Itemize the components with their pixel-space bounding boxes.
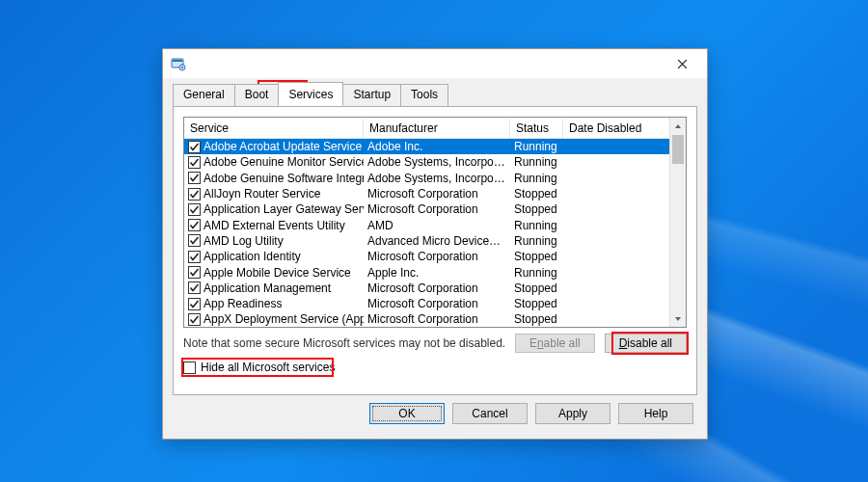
manufacturer: Adobe Systems, Incorpora... xyxy=(364,172,510,185)
table-row[interactable]: AMD External Events UtilityAMDRunning xyxy=(184,217,669,232)
status: Stopped xyxy=(510,281,563,295)
desktop-wallpaper: General Boot Services Startup Tools Serv… xyxy=(0,0,868,482)
services-panel: Service Manufacturer Status Date Disable… xyxy=(173,106,697,395)
help-button[interactable]: Help xyxy=(618,403,693,424)
services-listview[interactable]: Service Manufacturer Status Date Disable… xyxy=(183,117,687,328)
list-header[interactable]: Service Manufacturer Status Date Disable… xyxy=(184,118,669,139)
service-name: Application Layer Gateway Service xyxy=(203,202,364,216)
note-text: Note that some secure Microsoft services… xyxy=(183,336,515,350)
hide-ms-services-label[interactable]: Hide all Microsoft services xyxy=(201,361,335,374)
col-manufacturer[interactable]: Manufacturer xyxy=(364,119,510,138)
status: Running xyxy=(510,234,563,248)
dialog-button-row: OK Cancel Apply Help xyxy=(163,403,707,434)
service-name: Apple Mobile Device Service xyxy=(203,266,351,280)
table-row[interactable]: Adobe Acrobat Update ServiceAdobe Inc.Ru… xyxy=(184,139,669,154)
manufacturer: Microsoft Corporation xyxy=(364,312,510,326)
tab-general[interactable]: General xyxy=(173,84,235,106)
cancel-button[interactable]: Cancel xyxy=(452,403,528,424)
service-name: AMD Log Utility xyxy=(203,234,284,248)
scroll-thumb[interactable] xyxy=(672,135,684,164)
service-name: Adobe Acrobat Update Service xyxy=(203,140,362,153)
scroll-up-arrow-icon[interactable] xyxy=(670,118,686,134)
status: Running xyxy=(510,155,563,169)
row-checkbox[interactable] xyxy=(188,141,201,153)
service-name: App Readiness xyxy=(203,297,282,310)
row-checkbox[interactable] xyxy=(188,156,201,169)
service-name: Application Management xyxy=(203,281,331,295)
manufacturer: AMD xyxy=(364,219,510,232)
tab-services[interactable]: Services xyxy=(278,82,343,106)
ok-button[interactable]: OK xyxy=(369,403,445,424)
tab-startup[interactable]: Startup xyxy=(342,84,401,106)
status: Running xyxy=(510,172,563,185)
row-checkbox[interactable] xyxy=(188,219,201,231)
row-checkbox[interactable] xyxy=(188,281,201,294)
tab-strip: General Boot Services Startup Tools xyxy=(163,78,707,106)
table-row[interactable]: Application IdentityMicrosoft Corporatio… xyxy=(184,249,669,264)
manufacturer: Microsoft Corporation xyxy=(364,187,510,201)
scroll-down-arrow-icon[interactable] xyxy=(670,310,686,327)
service-name: Application Identity xyxy=(203,250,301,263)
manufacturer: Microsoft Corporation xyxy=(364,202,510,216)
hide-ms-services-row: Hide all Microsoft services xyxy=(183,361,687,374)
service-name: AppX Deployment Service (AppX... xyxy=(203,312,364,326)
service-name: AllJoyn Router Service xyxy=(203,187,320,201)
row-checkbox[interactable] xyxy=(188,313,201,326)
manufacturer: Adobe Systems, Incorpora... xyxy=(364,155,510,169)
service-name: Adobe Genuine Software Integri... xyxy=(203,172,364,185)
status: Stopped xyxy=(510,250,563,263)
note-row: Note that some secure Microsoft services… xyxy=(183,334,687,353)
svg-rect-1 xyxy=(173,60,182,62)
msconfig-icon xyxy=(171,56,186,71)
status: Running xyxy=(510,219,563,232)
table-row[interactable]: AllJoyn Router ServiceMicrosoft Corporat… xyxy=(184,186,669,201)
row-checkbox[interactable] xyxy=(188,251,201,263)
table-row[interactable]: Application Layer Gateway ServiceMicroso… xyxy=(184,201,669,217)
row-checkbox[interactable] xyxy=(188,266,201,279)
table-row[interactable]: Adobe Genuine Monitor ServiceAdobe Syste… xyxy=(184,154,669,170)
manufacturer: Apple Inc. xyxy=(364,266,510,280)
row-checkbox[interactable] xyxy=(188,298,201,310)
row-checkbox[interactable] xyxy=(188,234,201,247)
status: Stopped xyxy=(510,297,563,310)
manufacturer: Microsoft Corporation xyxy=(364,297,510,310)
row-checkbox[interactable] xyxy=(188,172,201,184)
row-checkbox[interactable] xyxy=(188,203,201,216)
table-row[interactable]: Adobe Genuine Software Integri...Adobe S… xyxy=(184,171,669,186)
status: Stopped xyxy=(510,187,563,201)
tab-boot[interactable]: Boot xyxy=(234,84,280,106)
table-row[interactable]: AppX Deployment Service (AppX...Microsof… xyxy=(184,311,669,327)
col-date-disabled[interactable]: Date Disabled xyxy=(563,119,656,138)
status: Stopped xyxy=(510,312,563,326)
service-name: Adobe Genuine Monitor Service xyxy=(203,155,364,169)
status: Running xyxy=(510,266,563,280)
manufacturer: Microsoft Corporation xyxy=(364,281,510,295)
status: Stopped xyxy=(510,202,563,216)
tab-tools[interactable]: Tools xyxy=(400,84,448,106)
close-button[interactable] xyxy=(663,50,701,77)
vertical-scrollbar[interactable] xyxy=(669,118,686,327)
table-row[interactable]: Application ManagementMicrosoft Corporat… xyxy=(184,281,669,296)
enable-all-button[interactable]: Enable all xyxy=(515,334,595,353)
table-row[interactable]: App ReadinessMicrosoft CorporationStoppe… xyxy=(184,296,669,311)
hide-ms-services-checkbox[interactable] xyxy=(183,362,196,374)
msconfig-window: General Boot Services Startup Tools Serv… xyxy=(162,48,708,440)
manufacturer: Microsoft Corporation xyxy=(364,250,510,263)
svg-marker-19 xyxy=(675,124,681,128)
service-name: AMD External Events Utility xyxy=(203,219,345,232)
status: Running xyxy=(510,140,563,153)
title-bar[interactable] xyxy=(163,49,707,78)
apply-button[interactable]: Apply xyxy=(535,403,610,424)
manufacturer: Advanced Micro Devices, I... xyxy=(364,234,510,248)
row-checkbox[interactable] xyxy=(188,188,201,201)
table-row[interactable]: AMD Log UtilityAdvanced Micro Devices, I… xyxy=(184,233,669,249)
col-status[interactable]: Status xyxy=(510,119,563,138)
table-row[interactable]: Apple Mobile Device ServiceApple Inc.Run… xyxy=(184,264,669,280)
disable-all-button[interactable]: Disable all xyxy=(605,334,687,353)
col-service[interactable]: Service xyxy=(184,119,364,138)
svg-marker-20 xyxy=(675,317,681,321)
manufacturer: Adobe Inc. xyxy=(364,140,510,153)
